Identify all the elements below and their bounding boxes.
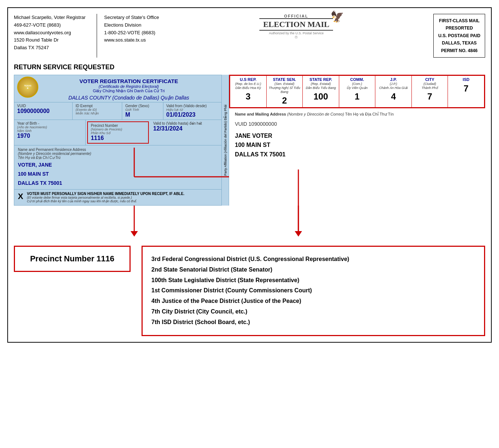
authorized-text: Authorized by the U.S. Postal Service bbox=[259, 31, 333, 35]
top-info-row: Michael Scarpello, Voter Registrar 469-6… bbox=[14, 14, 485, 58]
registered-mark: ® bbox=[259, 35, 333, 39]
svg-marker-4 bbox=[131, 231, 138, 237]
yob-value: 1970 bbox=[17, 133, 82, 139]
main-container: Michael Scarpello, Voter Registrar 469-6… bbox=[7, 7, 492, 343]
dist-label-6: ISD bbox=[449, 77, 483, 82]
voter-address-section: Name and Permanent Residence Address (No… bbox=[14, 145, 221, 190]
dist-sublabel-vn-3: Ủy Viên Quản bbox=[340, 86, 375, 90]
party-affiliation-sidebar: Party Affiliation (Afiliación del Partid… bbox=[222, 75, 229, 206]
gender-label: Gender (Sexo) bbox=[125, 104, 160, 108]
card-title-spanish: (Certificado de Registro Electoral) bbox=[40, 84, 218, 89]
official-mail-area: OFFICIAL ELECTION MAIL 🦅 Authorized by t… bbox=[170, 14, 423, 58]
valid-from-vn: Hiệu lực từ bbox=[166, 108, 218, 112]
election-mail-title: ELECTION MAIL bbox=[259, 18, 333, 31]
connector-spacer bbox=[14, 206, 485, 235]
left-contact: Michael Scarpello, Voter Registrar 469-6… bbox=[14, 14, 86, 58]
vuid-label: VUID bbox=[17, 104, 69, 108]
sos-website: www.sos.state.tx.us bbox=[104, 36, 159, 44]
sos-phone: 1-800-252-VOTE (8683) bbox=[104, 29, 159, 37]
dist-number-5: 7 bbox=[413, 91, 447, 102]
voter-street: 100 MAIN ST bbox=[18, 170, 218, 178]
id-exempt-label: ID Exempt bbox=[76, 104, 119, 108]
dist-sublabel-es-0: (Rep. de los E.U.) bbox=[231, 82, 266, 86]
address-label-en: Name and Permanent Residence Address bbox=[18, 148, 218, 152]
dist-number-1: 2 bbox=[267, 96, 302, 106]
yob-vn: Năm Sinh bbox=[17, 129, 82, 133]
precinct-label: Precinct Number bbox=[91, 124, 145, 128]
connector-lines-bottom bbox=[14, 206, 485, 235]
postage-line4: DALLAS, TEXAS bbox=[438, 39, 480, 47]
dist-label-2: STATE REP. bbox=[303, 77, 338, 82]
dist-number-0: 3 bbox=[231, 91, 266, 102]
sos-contact: Secretary of State's Office Elections Di… bbox=[97, 14, 159, 58]
card-header: VOTER REGISTRATION CERTIFICATE (Certific… bbox=[14, 75, 221, 102]
dist-sublabel-vn-4: Chánh Án Hòa Giải bbox=[376, 86, 411, 90]
dist-label-1: STATE SEN. bbox=[267, 77, 302, 82]
precinct-value: 1116 bbox=[91, 135, 145, 141]
dist-sublabel-vn-0: Dân Biểu Hoa Kỳ bbox=[231, 86, 266, 90]
seal-circle: TEXAS★ bbox=[17, 77, 38, 98]
postage-line1: FIRST-CLASS MAIL bbox=[438, 17, 480, 24]
sos-office: Secretary of State's Office bbox=[104, 14, 159, 22]
mailing-city-state: DALLAS TX 75001 bbox=[235, 150, 479, 159]
sos-division: Elections Division bbox=[104, 22, 159, 29]
district-col-5: CITY (Ciudad) Thành Phố 7 bbox=[412, 76, 448, 107]
postage-line5: PERMIT NO. 4846 bbox=[438, 47, 480, 54]
card-fields-row2: Year of Birth - (Año de Nacimiento) Năm … bbox=[14, 120, 221, 145]
dist-sublabel-es-5: (Ciudad) bbox=[413, 82, 447, 86]
precinct-number-box: Precinct Number 1116 bbox=[14, 246, 131, 272]
dist-sublabel-es-2: (Rep. Estatal) bbox=[303, 82, 338, 86]
sig-instruction-en: VOTER MUST PERSONALLY SIGN HIS/HER NAME … bbox=[27, 192, 185, 196]
card-and-districts: TEXAS★ VOTER REGISTRATION CERTIFICATE (C… bbox=[14, 75, 485, 206]
dist-number-6: 7 bbox=[449, 83, 483, 94]
precinct-number-field: Precinct Number (Número de Precinto) Phâ… bbox=[87, 121, 149, 144]
id-exempt-field: ID Exempt (Exento de ID) Miễn Xác Nhận bbox=[73, 102, 122, 120]
valid-to-field: Valid to (Valido hasta) đến hết 12/31/20… bbox=[150, 120, 221, 145]
valid-from-value: 01/01/2023 bbox=[166, 112, 218, 118]
district-list-item-2: 100th State Legislative District (State … bbox=[151, 275, 475, 286]
dist-sublabel-vn-5: Thành Phố bbox=[413, 86, 447, 90]
postage-box: FIRST-CLASS MAIL PRESORTED U.S. POSTAGE … bbox=[433, 14, 485, 58]
dist-label-0: U.S REP. bbox=[231, 77, 266, 82]
dist-number-4: 4 bbox=[376, 91, 411, 102]
precinct-es: (Número de Precinto) bbox=[91, 128, 145, 131]
vuid-value: 1090000000 bbox=[17, 108, 69, 114]
dist-sublabel-vn-2: Dân Biểu Tiểu Bang bbox=[303, 86, 338, 90]
mailing-street: 100 MAIN ST bbox=[235, 140, 479, 150]
district-list-item-1: 2nd State Senatorial District (State Sen… bbox=[151, 265, 475, 275]
signature-text: VOTER MUST PERSONALLY SIGN HIS/HER NAME … bbox=[27, 192, 185, 203]
district-header: U.S REP. (Rep. de los E.U.) Dân Biểu Hoa… bbox=[229, 75, 485, 108]
svg-marker-6 bbox=[295, 231, 302, 237]
card-fields-row1: VUID 1090000000 ID Exempt (Exento de ID)… bbox=[14, 102, 221, 120]
registrar-name: Michael Scarpello, Voter Registrar bbox=[14, 14, 86, 22]
valid-to-label: Valid to (Valido hasta) đến hết bbox=[153, 121, 218, 125]
registrar-website: www.dallascountyvotes.org bbox=[14, 29, 86, 37]
mailing-vuid: VUID 1090000000 bbox=[235, 121, 479, 127]
address-label-vn: Tên Họ và Địa Chỉ Cư Trú bbox=[18, 156, 218, 160]
mailing-label: Name and Mailing Address (Nombre y Direc… bbox=[235, 112, 479, 117]
registrar-city: Dallas TX 75247 bbox=[14, 44, 86, 52]
postage-line2: PRESORTED bbox=[438, 24, 480, 32]
bottom-section: Precinct Number 1116 3rd Federal Congres… bbox=[14, 246, 485, 336]
card-districts-wrapper: TEXAS★ VOTER REGISTRATION CERTIFICATE (C… bbox=[14, 75, 485, 206]
districts-list-box: 3rd Federal Congressional District (U.S.… bbox=[142, 246, 485, 336]
district-list-item-0: 3rd Federal Congressional District (U.S.… bbox=[151, 254, 475, 265]
eagle-icon: 🦅 bbox=[330, 10, 344, 23]
dist-sublabel-es-1: (Sen. Estatal) bbox=[267, 82, 302, 86]
official-label: OFFICIAL bbox=[259, 14, 333, 18]
district-col-1: STATE SEN. (Sen. Estatal) Thượng Nghị Sĩ… bbox=[267, 76, 303, 107]
precinct-vn: Phân Khu Số bbox=[91, 131, 145, 135]
right-side: U.S REP. (Rep. de los E.U.) Dân Biểu Hoa… bbox=[229, 75, 485, 206]
voter-city-state: DALLAS TX 75001 bbox=[18, 179, 218, 187]
sig-instruction-es: (El votante debe firmar esta tarjeta per… bbox=[27, 196, 185, 199]
dist-sublabel-es-4: (J.P.) bbox=[376, 82, 411, 86]
valid-from-label: Valid from (Valido desde) bbox=[166, 104, 218, 108]
gender-value: M bbox=[125, 112, 160, 118]
district-col-4: J.P. (J.P.) Chánh Án Hòa Giải 4 bbox=[375, 76, 412, 107]
id-exempt-es: (Exento de ID) bbox=[76, 108, 119, 112]
mailing-name: JANE VOTER bbox=[235, 131, 479, 141]
valid-from-field: Valid from (Valido desde) Hiệu lực từ 01… bbox=[163, 102, 221, 120]
dist-label-4: J.P. bbox=[376, 77, 411, 82]
gender-field: Gender (Sexo) Giới Tính M bbox=[122, 102, 163, 120]
district-col-6: ISD 7 bbox=[448, 76, 484, 107]
